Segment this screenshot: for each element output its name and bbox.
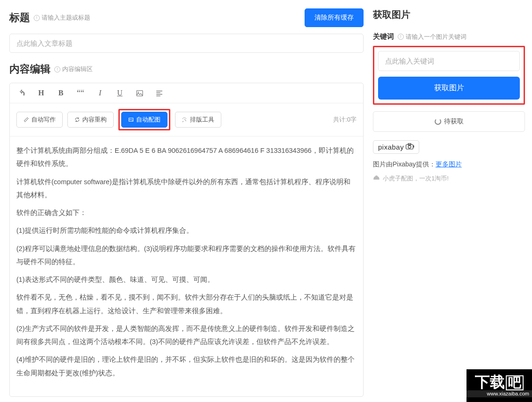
content-paragraph: 整个计算机系统由两部分组成：E.69DA 5 E 6 BA 9062616964…	[16, 144, 357, 171]
fetch-image-button[interactable]: 获取图片	[378, 77, 520, 100]
helmet-icon	[373, 175, 380, 182]
content-paragraph: 软件的正确含义如下：	[16, 206, 357, 219]
align-icon[interactable]	[154, 88, 164, 98]
cost-tip: 小虎子配图，一次1淘币!	[373, 174, 525, 183]
layout-tool-button[interactable]: 排版工具	[175, 112, 221, 128]
content-paragraph: (1)表达形式不同的硬件类型、颜色、味道、可见、可摸、可闻。	[16, 273, 357, 286]
restructure-button[interactable]: 内容重构	[67, 112, 114, 128]
camera-icon	[406, 143, 414, 151]
pixabay-badge: pixabay	[373, 140, 419, 154]
svg-point-4	[408, 145, 411, 148]
content-paragraph: 软件看不见，无色，枯燥，看不见，摸不到，闻不到。软件大部分存在于人们的头脑或纸上…	[16, 291, 357, 317]
heading-icon[interactable]: H	[36, 88, 46, 98]
info-icon: !	[34, 15, 40, 21]
content-paragraph: (1)提供运行时所需功能和性能的命令或计算机程序集合。	[16, 224, 357, 237]
editor-box: H B ““ I U 自动写作 内容重构	[9, 83, 364, 397]
undo-icon[interactable]	[16, 88, 27, 98]
title-label: 标题	[9, 11, 30, 25]
pending-status: 待获取	[373, 111, 525, 132]
keyword-label: 关键词	[373, 32, 394, 41]
more-images-link[interactable]: 更多图片	[436, 160, 462, 168]
content-label: 内容编辑	[9, 62, 51, 76]
info-icon: !	[54, 66, 60, 72]
content-section-header: 内容编辑 ! 内容编辑区	[9, 62, 364, 76]
svg-rect-5	[408, 144, 411, 145]
svg-point-1	[138, 92, 138, 93]
spinner-icon	[435, 118, 441, 125]
info-icon: !	[398, 34, 404, 40]
image-icon[interactable]	[134, 88, 145, 98]
sidebar-title: 获取图片	[373, 8, 525, 21]
title-hint: ! 请输入主题或标题	[34, 14, 90, 22]
italic-icon[interactable]: I	[95, 88, 105, 98]
auto-write-button[interactable]: 自动写作	[16, 112, 63, 128]
format-toolbar: H B ““ I U	[10, 83, 363, 103]
content-paragraph: (4)维护不同的硬件是旧的，理论上软件是旧的，并不坏，但实际上软件也是旧的和坏的…	[16, 353, 357, 380]
image-provided-text: 图片由Pixabay提供：更多图片	[373, 160, 525, 169]
watermark: 下载吧 www.xiazaiba.com	[466, 369, 532, 402]
bold-icon[interactable]: B	[56, 88, 66, 98]
svg-rect-0	[137, 90, 143, 95]
content-hint: ! 内容编辑区	[54, 65, 93, 73]
auto-image-button[interactable]: 自动配图	[121, 112, 168, 128]
content-paragraph: 计算机软件(computer software)是指计算机系统中除硬件以外的所有…	[16, 175, 357, 202]
content-paragraph: (2)程序可以满意地处理信息的数据结构。(3)说明程序功能要求和程序需要的文档的…	[16, 242, 357, 269]
keyword-input[interactable]	[378, 51, 520, 71]
underline-icon[interactable]: U	[115, 88, 125, 98]
char-count: 共计:0字	[333, 115, 357, 124]
action-toolbar: 自动写作 内容重构 自动配图 排版工具	[10, 103, 363, 136]
editor-content[interactable]: 整个计算机系统由两部分组成：E.69DA 5 E 6 BA 9062616964…	[10, 136, 363, 396]
keyword-highlight-box: 获取图片	[373, 46, 525, 105]
auto-image-highlight: 自动配图	[118, 109, 170, 130]
title-section-header: 标题 ! 请输入主题或标题 清除所有缓存	[9, 8, 364, 27]
keyword-hint: ! 请输入一个图片关键词	[398, 33, 466, 41]
article-title-input[interactable]	[9, 34, 364, 53]
clear-cache-button[interactable]: 清除所有缓存	[305, 8, 364, 27]
content-paragraph: (2)生产方式不同的软件是开发，是人类智能的高发挥，而不是传统意义上的硬件制造。…	[16, 322, 357, 349]
quote-icon[interactable]: ““	[75, 88, 86, 98]
